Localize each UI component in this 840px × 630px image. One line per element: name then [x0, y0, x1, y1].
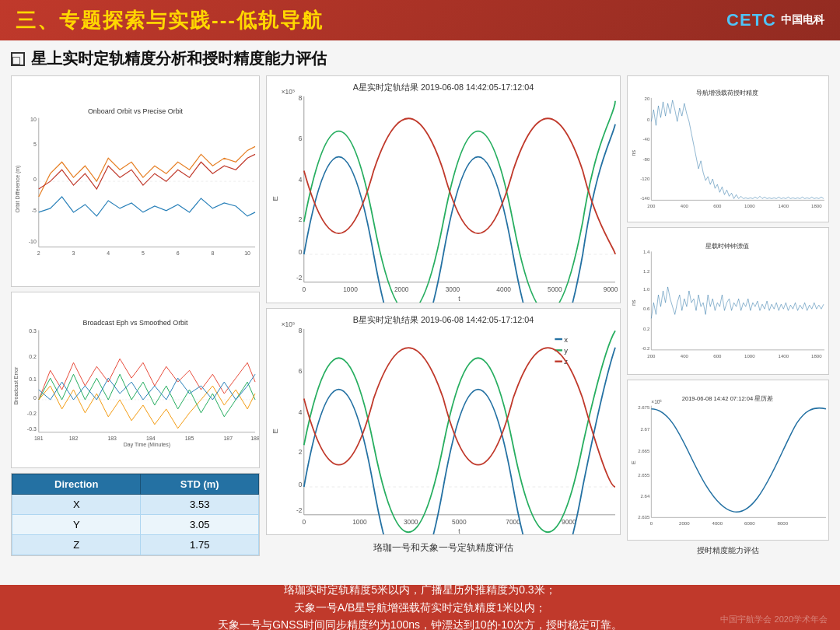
svg-text:5: 5	[33, 142, 37, 147]
svg-text:0.2: 0.2	[643, 327, 650, 331]
table-cell-std-x: 3.53	[141, 495, 259, 515]
svg-text:t: t	[458, 527, 460, 534]
chart-onboard-title: Onboard Orbit vs Precise Orbit	[88, 107, 184, 115]
svg-text:200: 200	[647, 354, 656, 359]
svg-text:0: 0	[33, 395, 37, 401]
footer: 珞珈实时定轨精度5米以内，广播星历外推精度为0.3米； 天象一号A/B星导航增强…	[0, 585, 840, 630]
direction-std-table: Direction STD (m) X 3.53 Y 3.05	[12, 474, 259, 555]
svg-text:A星实时定轨结果 2019-06-08 14:42:05-1: A星实时定轨结果 2019-06-08 14:42:05-17:12:04	[353, 82, 534, 92]
svg-text:1.4: 1.4	[643, 250, 650, 255]
main-content: □ 星上实时定轨精度分析和授时精度能力评估 Onboard Orbit vs P…	[0, 40, 840, 585]
table-header-std: STD (m)	[141, 474, 259, 495]
svg-text:ns: ns	[631, 149, 637, 156]
svg-text:3: 3	[72, 250, 75, 256]
svg-text:-5: -5	[32, 208, 37, 213]
chart-clock-bias: 星载时钟钟漂值 ns 1.4 1.2 1.0 0.6 0.2 -0.2 200 …	[627, 227, 829, 374]
svg-text:0: 0	[299, 481, 303, 488]
chart-broadcast: Broadcast Eph vs Smoothed Orbit Broadcas…	[11, 292, 260, 468]
svg-text:ns: ns	[631, 299, 637, 306]
svg-text:星载时钟钟漂值: 星载时钟钟漂值	[705, 243, 749, 250]
header-title: 三、专题探索与实践---低轨导航	[16, 7, 324, 34]
svg-text:0: 0	[299, 248, 303, 256]
svg-text:Broadcast Error: Broadcast Error	[13, 366, 19, 404]
svg-text:4: 4	[107, 250, 110, 256]
svg-text:185: 185	[185, 436, 194, 441]
svg-text:2: 2	[299, 448, 303, 456]
footer-line2: 天象一号A/B星导航增强载荷实时定轨精度1米以内；	[294, 601, 546, 614]
svg-text:9000: 9000	[604, 285, 618, 293]
svg-text:7000: 7000	[506, 518, 520, 526]
chart-broadcast-title: Broadcast Eph vs Smoothed Orbit	[82, 319, 188, 327]
chart-b-star: B星实时定轨结果 2019-06-08 14:42:05-17:12:04 E …	[266, 308, 621, 536]
chart-timing: 2019-06-08 14:42 07:12:04 星历差 E ×10⁵ 2.6…	[627, 380, 829, 541]
svg-text:3000: 3000	[404, 518, 418, 526]
svg-text:-10: -10	[29, 239, 37, 244]
svg-text:E: E	[631, 460, 637, 464]
svg-text:10: 10	[30, 117, 37, 122]
svg-text:1400: 1400	[779, 205, 789, 209]
right-panel: 导航增强载荷授时精度 ns 20 0 -40 -80 -120 -140 200…	[627, 75, 829, 556]
svg-text:0: 0	[33, 177, 37, 182]
svg-rect-71	[555, 338, 562, 340]
svg-text:600: 600	[713, 205, 722, 209]
table-cell-direction-y: Y	[12, 515, 141, 535]
svg-text:5000: 5000	[548, 285, 562, 293]
svg-text:2000: 2000	[394, 285, 409, 293]
svg-text:5000: 5000	[452, 518, 467, 526]
header-logo: CETC 中国电科	[726, 10, 824, 30]
svg-text:187: 187	[223, 436, 233, 441]
content-grid: Onboard Orbit vs Precise Orbit Orbit Dif…	[11, 75, 829, 534]
svg-text:1.0: 1.0	[643, 287, 650, 292]
table-cell-std-z: 1.75	[141, 535, 259, 555]
svg-text:4: 4	[299, 408, 303, 416]
svg-text:-80: -80	[643, 157, 650, 162]
footer-text: 珞珈实时定轨精度5米以内，广播星历外推精度为0.3米； 天象一号A/B星导航增强…	[218, 581, 622, 630]
svg-text:0.3: 0.3	[29, 329, 37, 334]
svg-text:2019-06-08 14:42 07:12:04 星历差: 2019-06-08 14:42 07:12:04 星历差	[682, 394, 774, 401]
svg-text:导航增强载荷授时精度: 导航增强载荷授时精度	[696, 89, 758, 96]
svg-text:188: 188	[250, 436, 259, 441]
svg-text:4000: 4000	[712, 521, 723, 526]
svg-text:1000: 1000	[744, 354, 755, 359]
svg-text:8: 8	[211, 250, 214, 256]
table-row: X 3.53	[12, 495, 259, 515]
svg-text:E: E	[271, 429, 279, 433]
svg-text:1800: 1800	[811, 205, 822, 209]
svg-text:1000: 1000	[343, 285, 358, 293]
svg-text:y: y	[564, 346, 568, 355]
chart-a-star: A星实时定轨结果 2019-06-08 14:42:05-17:12:04 E …	[266, 75, 621, 303]
svg-text:2.67: 2.67	[641, 427, 650, 432]
svg-text:0: 0	[302, 518, 306, 526]
logo-cn: 中国电科	[781, 13, 824, 27]
svg-text:5: 5	[142, 250, 145, 256]
svg-text:-120: -120	[640, 177, 650, 181]
svg-text:1800: 1800	[811, 354, 822, 359]
svg-text:t: t	[458, 295, 460, 303]
svg-text:20: 20	[645, 96, 650, 101]
svg-text:-140: -140	[640, 196, 650, 201]
svg-text:-0.3: -0.3	[27, 426, 37, 432]
svg-text:B星实时定轨结果 2019-06-08 14:42:05-1: B星实时定轨结果 2019-06-08 14:42:05-17:12:04	[353, 314, 534, 324]
table-cell-direction-z: Z	[12, 535, 141, 555]
footer-line3: 天象一号与GNSS时间同步精度约为100ns，钟漂达到10的-10次方，授时稳定…	[218, 618, 622, 630]
chart-onboard-ylabel: Orbit Difference (m)	[15, 166, 21, 213]
svg-text:8: 8	[299, 94, 303, 102]
svg-text:6000: 6000	[744, 521, 755, 526]
chart-caption-middle: 珞珈一号和天象一号定轨精度评估	[266, 540, 621, 556]
svg-text:1.2: 1.2	[643, 269, 650, 274]
svg-text:2.64: 2.64	[641, 494, 650, 499]
svg-text:181: 181	[34, 436, 44, 441]
svg-text:4000: 4000	[496, 285, 511, 293]
svg-text:2.665: 2.665	[638, 449, 650, 453]
svg-text:-0.2: -0.2	[642, 346, 650, 351]
svg-text:3000: 3000	[446, 285, 460, 293]
svg-text:×10⁵: ×10⁵	[282, 89, 295, 96]
svg-text:2.655: 2.655	[638, 472, 650, 477]
svg-text:0: 0	[302, 285, 306, 293]
chart-nav-accuracy: 导航增强载荷授时精度 ns 20 0 -40 -80 -120 -140 200…	[627, 75, 829, 222]
logo-cetc: CETC	[726, 10, 776, 30]
table-cell-direction-x: X	[12, 495, 141, 515]
svg-text:2000: 2000	[679, 521, 690, 526]
svg-text:6: 6	[177, 250, 180, 256]
svg-text:1000: 1000	[352, 518, 367, 526]
